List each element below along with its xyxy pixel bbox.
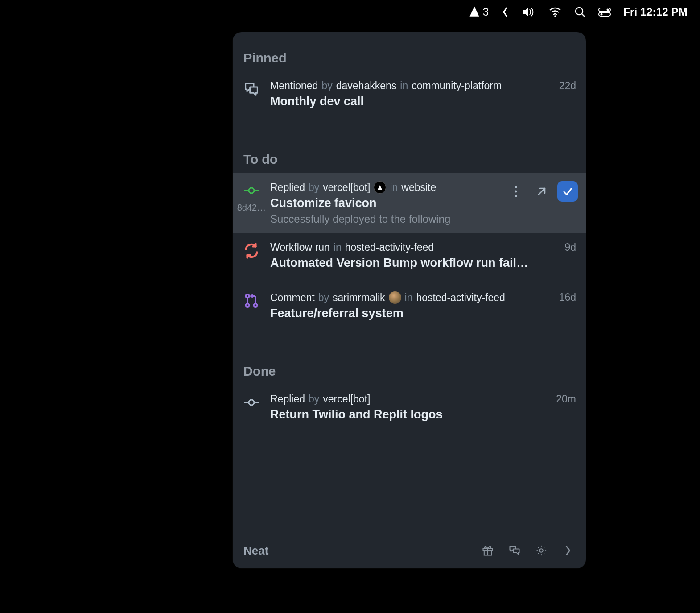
item-action: Mentioned xyxy=(270,80,318,92)
item-action: Replied xyxy=(270,182,305,194)
footer-settings-button[interactable] xyxy=(534,543,548,558)
menubar-back-icon[interactable] xyxy=(501,7,509,17)
item-by: by xyxy=(318,292,329,304)
item-subtitle: Successfully deployed to the following xyxy=(270,213,576,225)
item-content: Replied by vercel[bot] Return Twilio and… xyxy=(270,393,534,422)
section-header-pinned: Pinned xyxy=(233,32,586,72)
footer-gift-button[interactable] xyxy=(481,543,495,558)
item-meta: Workflow run in hosted-activity-feed xyxy=(270,241,534,253)
search-icon xyxy=(574,6,586,18)
svg-point-12 xyxy=(246,294,249,298)
item-title: Return Twilio and Replit logos xyxy=(270,408,534,422)
item-icon-col xyxy=(239,393,264,422)
item-action: Replied xyxy=(270,393,305,405)
item-actor: vercel[bot] xyxy=(323,182,370,194)
open-external-button[interactable] xyxy=(531,181,552,202)
vercel-avatar-icon xyxy=(374,181,386,194)
item-time: 9d xyxy=(540,241,576,270)
volume-icon xyxy=(522,7,536,17)
discussion-icon xyxy=(242,80,261,99)
notifications-count: 3 xyxy=(483,6,489,18)
svg-point-10 xyxy=(515,191,517,193)
item-time: 22d xyxy=(540,80,576,108)
svg-point-14 xyxy=(254,304,257,307)
item-title: Feature/referral system xyxy=(270,306,534,320)
item-actor: davehakkens xyxy=(336,80,397,92)
svg-point-20 xyxy=(539,549,543,552)
item-by: by xyxy=(309,182,319,194)
user-avatar-icon xyxy=(389,291,401,304)
item-content: Workflow run in hosted-activity-feed Aut… xyxy=(270,241,534,270)
workflow-fail-icon xyxy=(242,241,261,260)
svg-point-15 xyxy=(249,400,254,405)
item-title: Automated Version Bump workflow run fail… xyxy=(270,256,534,270)
menubar-volume[interactable] xyxy=(522,7,536,17)
notification-item-todo-1[interactable]: Workflow run in hosted-activity-feed Aut… xyxy=(233,233,586,278)
notifications-panel: Pinned Mentioned by davehakkens in commu… xyxy=(233,32,586,568)
chevron-right-icon xyxy=(564,545,572,556)
footer-feedback-button[interactable] xyxy=(507,543,522,558)
gear-icon xyxy=(535,544,548,557)
item-in: in xyxy=(334,241,342,253)
commit-icon xyxy=(242,393,261,412)
item-by: by xyxy=(321,80,332,92)
item-content: Mentioned by davehakkens in community-pl… xyxy=(270,80,534,108)
item-in: in xyxy=(390,182,398,194)
gift-icon xyxy=(482,544,494,557)
notification-item-todo-0[interactable]: 8d42… Replied by vercel[bot] in website … xyxy=(233,173,586,233)
control-center-icon xyxy=(598,8,611,17)
item-title: Monthly dev call xyxy=(270,95,534,108)
wifi-icon xyxy=(548,7,562,17)
panel-footer: Neat xyxy=(233,534,586,568)
app-name: Neat xyxy=(243,544,268,558)
menubar-app-indicator[interactable]: 3 xyxy=(469,6,489,18)
commit-icon xyxy=(242,181,261,200)
item-by: by xyxy=(309,393,319,405)
item-hash: 8d42… xyxy=(237,203,266,213)
notification-item-pinned-0[interactable]: Mentioned by davehakkens in community-pl… xyxy=(233,72,586,116)
svg-point-3 xyxy=(607,9,609,11)
svg-point-5 xyxy=(601,13,603,16)
notification-item-done-0[interactable]: Replied by vercel[bot] Return Twilio and… xyxy=(233,385,586,430)
item-time: 16d xyxy=(540,291,576,320)
arrow-up-right-icon xyxy=(536,186,548,197)
check-icon xyxy=(562,186,573,197)
item-content: Comment by sarimrmalik in hosted-activit… xyxy=(270,291,534,320)
svg-point-0 xyxy=(554,15,556,17)
pull-request-icon xyxy=(242,291,261,310)
footer-next-button[interactable] xyxy=(561,543,575,558)
item-meta: Mentioned by davehakkens in community-pl… xyxy=(270,80,534,92)
menubar-control-center[interactable] xyxy=(598,8,611,17)
item-action: Workflow run xyxy=(270,241,330,253)
notification-item-todo-2[interactable]: Comment by sarimrmalik in hosted-activit… xyxy=(233,278,586,328)
item-in: in xyxy=(400,80,408,92)
macos-menubar: 3 Fri 12:12 PM xyxy=(0,0,700,24)
kebab-icon xyxy=(514,185,518,198)
item-time: 20m xyxy=(540,393,576,422)
item-meta: Comment by sarimrmalik in hosted-activit… xyxy=(270,291,534,304)
item-icon-col xyxy=(239,80,264,108)
item-actions xyxy=(506,181,578,202)
item-actor: vercel[bot] xyxy=(323,393,370,405)
item-repo: website xyxy=(401,182,436,194)
menubar-search[interactable] xyxy=(574,6,586,18)
chevron-left-icon xyxy=(501,7,509,17)
menubar-wifi[interactable] xyxy=(548,7,562,17)
svg-point-6 xyxy=(249,188,254,193)
app-logo-icon xyxy=(469,6,480,18)
item-repo: hosted-activity-feed xyxy=(416,292,505,304)
item-meta: Replied by vercel[bot] xyxy=(270,393,534,405)
item-repo: hosted-activity-feed xyxy=(345,241,434,253)
item-repo: community-platform xyxy=(412,80,502,92)
svg-point-9 xyxy=(515,186,517,188)
section-header-done: Done xyxy=(233,328,586,385)
mark-done-button[interactable] xyxy=(557,181,578,202)
svg-point-13 xyxy=(246,304,249,307)
item-actor: sarimrmalik xyxy=(333,292,385,304)
more-button[interactable] xyxy=(506,181,526,202)
discussion-icon xyxy=(508,544,521,557)
item-in: in xyxy=(405,292,413,304)
section-header-todo: To do xyxy=(233,116,586,173)
item-icon-col: 8d42… xyxy=(239,181,264,225)
menubar-clock[interactable]: Fri 12:12 PM xyxy=(623,6,688,18)
